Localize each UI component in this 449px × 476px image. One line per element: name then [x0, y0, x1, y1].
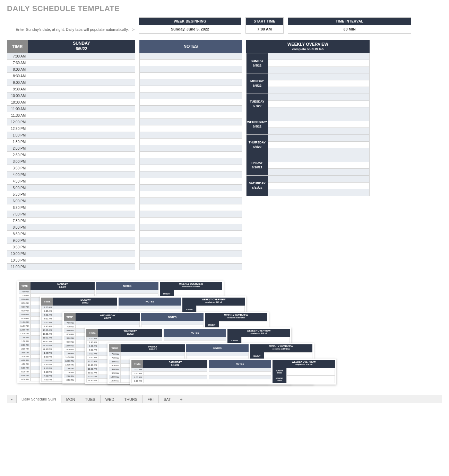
notes-cell[interactable] [140, 185, 242, 191]
schedule-cell[interactable] [28, 185, 135, 191]
notes-cell[interactable] [140, 99, 242, 105]
notes-cell[interactable] [140, 244, 242, 250]
schedule-cell[interactable] [28, 231, 135, 237]
schedule-cell[interactable] [28, 191, 135, 197]
schedule-cell[interactable] [28, 73, 135, 79]
notes-cell[interactable] [140, 237, 242, 244]
sheet-tab-tues[interactable]: TUES [80, 395, 100, 403]
schedule-cell[interactable] [28, 158, 135, 165]
add-sheet-button[interactable]: + [176, 395, 187, 403]
schedule-cell[interactable] [28, 178, 135, 184]
notes-cell[interactable] [140, 92, 242, 99]
schedule-cell[interactable] [28, 79, 135, 86]
overview-cell[interactable] [268, 142, 369, 149]
overview-cell[interactable] [268, 148, 369, 155]
schedule-cell[interactable] [28, 119, 135, 125]
notes-cell[interactable] [140, 158, 242, 165]
schedule-cell[interactable] [28, 171, 135, 178]
overview-cell[interactable] [268, 189, 369, 196]
overview-cell[interactable] [268, 80, 369, 87]
overview-cell[interactable] [268, 73, 369, 80]
notes-cell[interactable] [140, 218, 242, 224]
schedule-cell[interactable] [28, 92, 135, 99]
notes-cell[interactable] [140, 79, 242, 86]
schedule-cell[interactable] [28, 86, 135, 92]
notes-cell[interactable] [140, 165, 242, 171]
overview-cell[interactable] [268, 94, 369, 101]
notes-cell[interactable] [140, 73, 242, 79]
schedule-cell[interactable] [28, 66, 135, 72]
notes-cell[interactable] [140, 257, 242, 263]
sheet-tab-mon[interactable]: MON [61, 395, 80, 403]
notes-cell[interactable] [140, 106, 242, 112]
notes-cell[interactable] [140, 171, 242, 178]
schedule-cell[interactable] [28, 264, 135, 270]
notes-cell[interactable] [140, 224, 242, 230]
overview-cell[interactable] [268, 128, 369, 134]
notes-cell[interactable] [140, 231, 242, 237]
schedule-cell[interactable] [28, 60, 135, 66]
notes-cell[interactable] [140, 191, 242, 197]
schedule-cell[interactable] [28, 224, 135, 230]
schedule-cell[interactable] [28, 244, 135, 250]
overview-cell[interactable] [268, 176, 369, 183]
sheet-tab-wed[interactable]: WED [101, 395, 120, 403]
notes-cell[interactable] [140, 145, 242, 151]
notes-cell[interactable] [140, 211, 242, 217]
tab-nav-icon[interactable]: ▸ [7, 395, 17, 403]
start-time-value[interactable]: 7:00 AM [246, 25, 283, 33]
notes-cell[interactable] [140, 198, 242, 204]
notes-cell[interactable] [140, 60, 242, 66]
notes-cell[interactable] [140, 53, 242, 59]
sheet-tab-daily-schedule-sun[interactable]: Daily Schedule SUN [17, 395, 61, 403]
notes-cell[interactable] [140, 132, 242, 138]
schedule-cell[interactable] [28, 237, 135, 244]
notes-cell[interactable] [140, 66, 242, 72]
overview-cell[interactable] [268, 121, 369, 128]
overview-cell[interactable] [268, 155, 369, 162]
notes-cell[interactable] [140, 152, 242, 158]
schedule-cell[interactable] [28, 112, 135, 118]
week-beginning-value[interactable]: Sunday, June 5, 2022 [139, 25, 241, 33]
overview-cell[interactable] [268, 87, 369, 94]
schedule-cell[interactable] [28, 198, 135, 204]
overview-cell[interactable] [268, 60, 369, 67]
schedule-cell[interactable] [28, 257, 135, 263]
overview-cell[interactable] [268, 169, 369, 175]
overview-cell[interactable] [268, 183, 369, 189]
schedule-cell[interactable] [28, 145, 135, 151]
overview-cell[interactable] [268, 135, 369, 142]
notes-cell[interactable] [140, 178, 242, 184]
notes-cell[interactable] [140, 119, 242, 125]
overview-cell[interactable] [268, 107, 369, 114]
sheet-tab-fri[interactable]: FRI [143, 395, 159, 403]
notes-cell[interactable] [140, 204, 242, 211]
schedule-cell[interactable] [28, 165, 135, 171]
overview-cell[interactable] [268, 162, 369, 169]
schedule-cell[interactable] [28, 53, 135, 59]
schedule-cell[interactable] [28, 106, 135, 112]
time-interval-value[interactable]: 30 MIN [288, 25, 411, 33]
notes-row [139, 112, 242, 119]
schedule-cell[interactable] [28, 139, 135, 145]
notes-cell[interactable] [140, 264, 242, 270]
notes-cell[interactable] [140, 112, 242, 118]
overview-cell[interactable] [268, 114, 369, 121]
notes-cell[interactable] [140, 250, 242, 257]
overview-cell[interactable] [268, 67, 369, 73]
sheet-tab-thurs[interactable]: THURS [119, 395, 143, 403]
schedule-cell[interactable] [28, 152, 135, 158]
schedule-cell[interactable] [28, 211, 135, 217]
schedule-cell[interactable] [28, 125, 135, 132]
schedule-cell[interactable] [28, 250, 135, 257]
schedule-cell[interactable] [28, 132, 135, 138]
notes-cell[interactable] [140, 125, 242, 132]
notes-cell[interactable] [140, 139, 242, 145]
schedule-cell[interactable] [28, 204, 135, 211]
notes-cell[interactable] [140, 86, 242, 92]
overview-cell[interactable] [268, 53, 369, 60]
schedule-cell[interactable] [28, 218, 135, 224]
sheet-tab-sat[interactable]: SAT [159, 395, 176, 403]
schedule-cell[interactable] [28, 99, 135, 105]
overview-cell[interactable] [268, 101, 369, 108]
